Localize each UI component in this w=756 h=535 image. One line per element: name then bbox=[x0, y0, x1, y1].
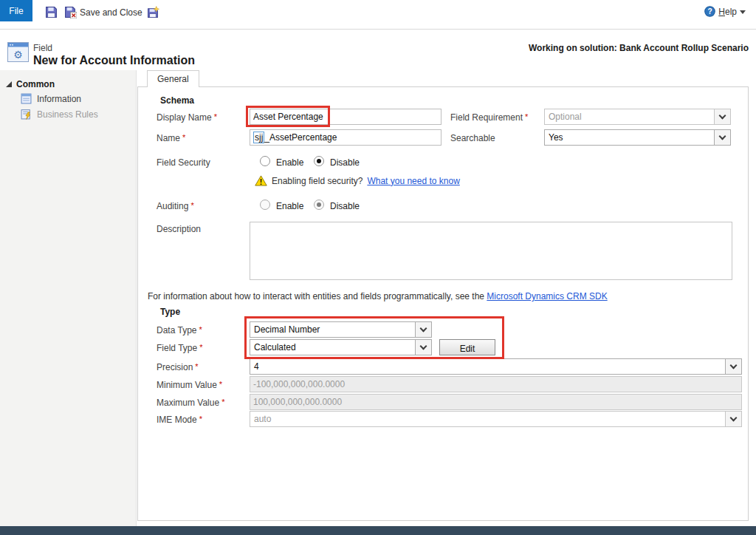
warning-text: Enabling field security? bbox=[272, 176, 362, 186]
top-toolbar: File Save and Close ? Help bbox=[0, 0, 756, 30]
business-rules-icon bbox=[21, 109, 32, 120]
information-icon bbox=[21, 93, 32, 104]
auditing-label: Auditing* bbox=[157, 201, 194, 211]
field-security-enable-radio[interactable] bbox=[260, 156, 270, 166]
form-content-panel: General Schema Display Name* Field Requi… bbox=[137, 70, 749, 521]
field-type-label: Field Type* bbox=[157, 343, 202, 353]
field-security-disable-radio[interactable] bbox=[314, 156, 324, 166]
help-icon: ? bbox=[704, 6, 715, 17]
data-type-select[interactable]: Decimal Number bbox=[250, 321, 432, 338]
working-on-solution-label: Working on solution: Bank Account Rollup… bbox=[529, 43, 749, 53]
maximum-value-label: Maximum Value* bbox=[157, 398, 224, 408]
what-you-need-to-know-link[interactable]: What you need to know bbox=[367, 176, 459, 186]
field-type-value: Calculated bbox=[250, 340, 415, 355]
page-title: New for Account Information bbox=[33, 54, 195, 67]
name-prefix: sjj bbox=[253, 132, 264, 143]
maximum-value-input bbox=[250, 394, 742, 410]
save-and-close-icon[interactable] bbox=[63, 5, 77, 18]
page-header: ⚙ Field New for Account Information Work… bbox=[0, 30, 756, 70]
ime-mode-label: IME Mode* bbox=[157, 415, 202, 425]
sidebar-item-label: Information bbox=[37, 94, 81, 104]
sidebar-item-information[interactable]: Information bbox=[21, 93, 81, 104]
field-requirement-select[interactable]: Optional bbox=[544, 109, 731, 125]
searchable-select[interactable]: Yes bbox=[544, 129, 731, 146]
description-label: Description bbox=[157, 224, 201, 234]
chevron-down-icon bbox=[725, 412, 741, 426]
svg-text:?: ? bbox=[708, 7, 712, 16]
field-record-icon: ⚙ bbox=[7, 42, 29, 64]
svg-text:!: ! bbox=[260, 178, 262, 186]
floppy-disk-icon bbox=[45, 6, 58, 18]
help-menu[interactable]: ? Help bbox=[704, 6, 746, 17]
data-type-value: Decimal Number bbox=[250, 322, 415, 337]
sidebar-group-label: Common bbox=[16, 79, 55, 89]
floppy-disk-new-icon bbox=[147, 6, 159, 18]
description-input[interactable] bbox=[250, 222, 732, 280]
edit-formula-button[interactable]: Edit bbox=[439, 339, 495, 355]
floppy-disk-x-icon bbox=[64, 6, 77, 18]
sdk-note: For information about how to interact wi… bbox=[148, 291, 608, 301]
save-and-new-icon[interactable] bbox=[146, 5, 159, 18]
help-dropdown-caret-icon bbox=[740, 10, 746, 14]
chevron-down-icon[interactable] bbox=[415, 340, 431, 355]
precision-select[interactable]: 4 bbox=[250, 358, 742, 375]
file-button[interactable]: File bbox=[0, 0, 32, 21]
chevron-down-icon[interactable] bbox=[714, 109, 730, 124]
name-value: _AssetPercentage bbox=[264, 132, 337, 143]
field-requirement-value: Optional bbox=[545, 109, 714, 124]
tab-general[interactable]: General bbox=[147, 70, 199, 87]
minimum-value-label: Minimum Value* bbox=[157, 380, 222, 390]
svg-text:⚙: ⚙ bbox=[13, 49, 23, 61]
data-type-label: Data Type* bbox=[157, 325, 202, 335]
schema-section-heading: Schema bbox=[160, 95, 194, 106]
display-name-input[interactable] bbox=[250, 109, 441, 125]
ime-mode-value: auto bbox=[250, 412, 725, 426]
tree-expanded-icon bbox=[6, 81, 12, 87]
field-security-enable-label: Enable bbox=[276, 157, 303, 168]
save-and-close-label[interactable]: Save and Close bbox=[80, 7, 142, 18]
auditing-disable-radio[interactable] bbox=[314, 200, 324, 210]
save-icon[interactable] bbox=[44, 5, 58, 18]
name-input[interactable]: sjj_AssetPercentage bbox=[250, 129, 441, 146]
precision-value: 4 bbox=[250, 359, 725, 374]
help-label: Help bbox=[718, 7, 737, 17]
field-requirement-label: Field Requirement* bbox=[450, 112, 528, 123]
warning-icon: ! bbox=[255, 175, 267, 186]
form-panel-body bbox=[137, 86, 749, 521]
precision-label: Precision* bbox=[157, 362, 199, 372]
minimum-value-input bbox=[250, 376, 742, 392]
field-type-select[interactable]: Calculated bbox=[250, 339, 432, 355]
chevron-down-icon[interactable] bbox=[714, 130, 730, 145]
searchable-value: Yes bbox=[545, 130, 714, 145]
name-label: Name* bbox=[157, 133, 185, 143]
crm-sdk-link[interactable]: Microsoft Dynamics CRM SDK bbox=[487, 291, 607, 301]
sidebar-group-common[interactable]: Common bbox=[6, 79, 55, 89]
chevron-down-icon[interactable] bbox=[725, 359, 741, 374]
searchable-label: Searchable bbox=[450, 133, 495, 143]
sidebar-item-business-rules[interactable]: Business Rules bbox=[21, 109, 98, 120]
navigation-sidebar: Common Information Business Rules bbox=[0, 70, 137, 526]
ime-mode-select: auto bbox=[250, 411, 742, 427]
sidebar-item-label: Business Rules bbox=[37, 109, 98, 120]
record-type-label: Field bbox=[33, 43, 52, 53]
auditing-enable-label: Enable bbox=[276, 201, 303, 211]
chevron-down-icon[interactable] bbox=[415, 322, 431, 337]
type-section-heading: Type bbox=[160, 307, 180, 317]
auditing-enable-radio[interactable] bbox=[260, 200, 270, 210]
status-bar bbox=[0, 526, 756, 535]
field-security-disable-label: Disable bbox=[330, 157, 360, 168]
display-name-label: Display Name* bbox=[157, 112, 217, 123]
field-security-warning: ! Enabling field security? What you need… bbox=[255, 175, 460, 186]
auditing-disable-label: Disable bbox=[330, 201, 360, 211]
field-security-label: Field Security bbox=[157, 157, 210, 168]
